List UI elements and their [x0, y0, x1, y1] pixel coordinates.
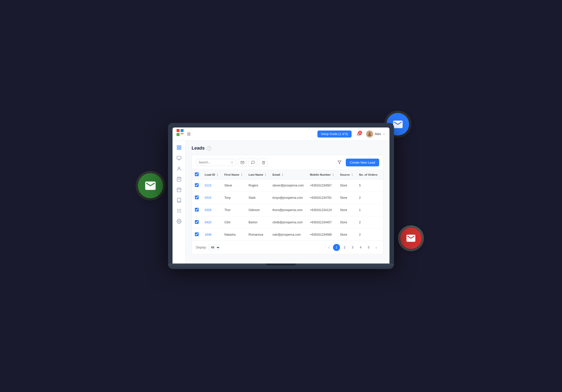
row-checkbox-1[interactable]	[195, 195, 199, 199]
cell-mobile-0: +639161234567	[307, 179, 337, 192]
svg-point-26	[180, 210, 181, 211]
search-icon	[231, 161, 233, 164]
svg-point-22	[179, 209, 179, 210]
row-checkbox-cell	[192, 192, 202, 204]
sidebar-item-book[interactable]	[175, 196, 184, 205]
message-toolbar-btn[interactable]	[249, 158, 257, 167]
row-checkbox-2[interactable]	[195, 208, 199, 212]
row-checkbox-4[interactable]	[195, 232, 199, 236]
cell-lead-id-4: 1648	[202, 229, 221, 241]
svg-line-32	[233, 163, 233, 163]
cell-amount-1: ₱ 6,000.00	[380, 192, 383, 204]
top-navbar: Setup Guide (1 of 6) 11 Alex	[173, 127, 389, 141]
svg-rect-10	[177, 148, 179, 150]
row-checkbox-cell	[192, 216, 202, 229]
pagination-bar: Display: All ‹ 1 2 3 4	[192, 241, 383, 254]
lead-id-link-0[interactable]: 0123	[205, 184, 211, 187]
notification-bell[interactable]: 11	[355, 130, 363, 138]
cell-email-1: tonys@prosperna.com	[269, 192, 307, 204]
sort-icon-email: ▲▼	[282, 173, 284, 176]
page-btn-2[interactable]: 2	[341, 244, 348, 251]
sort-icon-first-name: ▲▼	[241, 173, 243, 176]
lead-id-link-4[interactable]: 1648	[205, 233, 211, 236]
svg-rect-3	[181, 133, 184, 134]
header-orders[interactable]: No. of Orders	[356, 170, 380, 179]
header-first-name[interactable]: First Name ▲▼	[221, 170, 245, 179]
user-name: Alex	[375, 132, 381, 136]
leads-container: Create New Lead	[192, 155, 383, 254]
svg-point-15	[178, 167, 180, 169]
laptop-shell: Setup Guide (1 of 6) 11 Alex	[168, 123, 394, 269]
svg-point-29	[180, 212, 181, 213]
svg-rect-9	[179, 146, 181, 147]
display-select[interactable]: All	[208, 245, 220, 250]
page-btn-3[interactable]: 3	[349, 244, 356, 251]
svg-point-23	[180, 209, 181, 210]
cell-amount-2: ₱ 2,000.00	[380, 204, 383, 216]
header-amount[interactable]: Amount Spent	[380, 170, 383, 179]
cell-source-4: Store	[337, 229, 356, 241]
cell-mobile-3: +639161234457	[307, 216, 337, 229]
svg-rect-12	[177, 156, 181, 159]
sidebar-item-dashboard[interactable]	[175, 143, 184, 152]
hamburger-menu[interactable]	[187, 132, 191, 136]
sidebar-item-user[interactable]	[175, 164, 184, 173]
app-logo	[177, 129, 184, 137]
lead-id-link-3[interactable]: 0420	[205, 221, 211, 224]
filter-btn[interactable]	[335, 158, 344, 167]
sidebar-item-bag[interactable]	[175, 175, 184, 184]
create-new-lead-button[interactable]: Create New Lead	[346, 159, 379, 166]
cell-first-0: Steve	[221, 179, 245, 192]
page-btn-5[interactable]: 5	[365, 244, 372, 251]
svg-point-21	[177, 209, 178, 210]
cell-email-2: thoro@prosperna.com	[269, 204, 307, 216]
sidebar-item-settings[interactable]	[175, 217, 184, 226]
main-content: Leads ?	[186, 141, 389, 264]
table-row: 0420 Clint Barton clintb@prosperna.com +…	[192, 216, 383, 229]
svg-point-24	[177, 210, 178, 211]
header-source[interactable]: Source ▲▼	[337, 170, 356, 179]
page-header: Leads ?	[192, 146, 383, 151]
sidebar-item-calendar[interactable]	[175, 185, 184, 194]
cell-last-0: Rogers	[246, 179, 269, 192]
setup-guide-button[interactable]: Setup Guide (1 of 6)	[317, 130, 352, 138]
page-btn-1[interactable]: 1	[333, 244, 340, 251]
laptop-bezel: Setup Guide (1 of 6) 11 Alex	[168, 123, 394, 264]
toolbar: Create New Lead	[192, 155, 383, 170]
table-row: 0315 Tony Stark tonys@prosperna.com +639…	[192, 192, 383, 204]
svg-point-25	[179, 210, 179, 211]
next-page-btn[interactable]: ›	[373, 244, 379, 250]
help-icon[interactable]: ?	[207, 146, 211, 151]
cell-mobile-2: +639161234124	[307, 204, 337, 216]
lead-id-link-1[interactable]: 0315	[205, 196, 211, 200]
svg-rect-17	[177, 188, 181, 192]
row-checkbox-0[interactable]	[195, 183, 199, 187]
cell-orders-1: 2	[356, 192, 380, 204]
prev-page-btn[interactable]: ‹	[326, 244, 332, 250]
sidebar-item-monitor[interactable]	[175, 154, 184, 163]
cell-last-2: Odinson	[246, 204, 269, 216]
cell-mobile-1: +639161234781	[307, 192, 337, 204]
header-email[interactable]: Email ▲▼	[269, 170, 307, 179]
leads-table: Lead ID ▲▼ First Name ▲▼	[192, 170, 383, 241]
lead-id-link-2[interactable]: 0329	[205, 208, 211, 212]
sidebar-item-grid-dots[interactable]	[175, 206, 184, 215]
cell-mobile-4: +639161234568	[307, 229, 337, 241]
search-box[interactable]	[196, 159, 236, 166]
notification-badge: 11	[358, 131, 362, 135]
header-mobile[interactable]: Mobile Number ▲▼	[307, 170, 337, 179]
delete-toolbar-btn[interactable]	[259, 158, 268, 167]
display-label: Display:	[196, 246, 207, 249]
cell-lead-id-0: 0123	[202, 179, 221, 192]
svg-rect-0	[177, 129, 180, 132]
svg-point-31	[231, 161, 233, 163]
row-checkbox-3[interactable]	[195, 220, 199, 224]
search-input[interactable]	[199, 161, 229, 164]
select-all-checkbox[interactable]	[195, 172, 199, 176]
table-row: 0329 Thor Odinson thoro@prosperna.com +6…	[192, 204, 383, 216]
email-toolbar-btn[interactable]	[238, 158, 247, 167]
user-menu[interactable]: Alex	[366, 130, 385, 138]
page-btn-4[interactable]: 4	[357, 244, 364, 251]
header-lead-id[interactable]: Lead ID ▲▼	[202, 170, 221, 179]
header-last-name[interactable]: Last Name ▲▼	[246, 170, 269, 179]
